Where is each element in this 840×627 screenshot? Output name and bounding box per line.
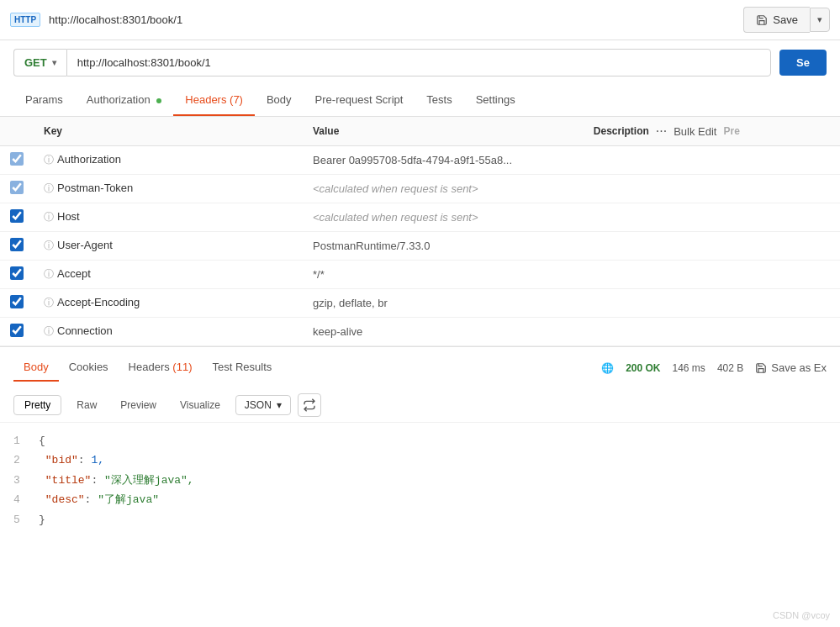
header-desc-2	[584, 203, 840, 232]
resp-tab-body[interactable]: Body	[13, 354, 59, 382]
header-value-4: */*	[313, 268, 325, 281]
request-tabs: Params Authorization Headers (7) Body Pr…	[0, 85, 840, 117]
tab-headers[interactable]: Headers (7)	[173, 85, 255, 116]
table-row: ⓘAccept*/*	[0, 261, 840, 289]
top-url: http://localhost:8301/book/1	[49, 13, 182, 26]
save-as-label: Save as Ex	[771, 361, 827, 374]
table-row: ⓘPostman-Token<calculated when request i…	[0, 175, 840, 203]
tab-params[interactable]: Params	[13, 85, 75, 116]
tab-prerequest[interactable]: Pre-request Script	[304, 85, 415, 116]
info-icon-3: ⓘ	[44, 240, 54, 251]
json-line: 5}	[13, 510, 827, 530]
authorization-dot	[156, 98, 161, 103]
th-key: Key	[34, 117, 303, 146]
status-time: 146 ms	[673, 362, 705, 374]
request-bar: GET ▾ Se	[0, 40, 840, 85]
th-value: Value	[303, 117, 584, 146]
json-brace: {	[39, 435, 45, 447]
json-value: "深入理解java",	[104, 474, 194, 487]
table-row: ⓘUser-AgentPostmanRuntime/7.33.0	[0, 232, 840, 261]
format-preview[interactable]: Preview	[112, 396, 165, 414]
header-desc-1	[584, 175, 840, 203]
format-pretty[interactable]: Pretty	[13, 395, 61, 415]
json-line: 3 "title": "深入理解java",	[13, 471, 827, 490]
wrap-button[interactable]	[298, 393, 321, 417]
save-chevron-button[interactable]: ▾	[810, 8, 830, 32]
tab-authorization[interactable]: Authorization	[75, 85, 174, 116]
format-bar: Pretty Raw Preview Visualize JSON ▾	[0, 388, 840, 423]
th-description: Description ··· Bulk Edit Pre	[584, 117, 840, 146]
headers-table-wrapper: Key Value Description ··· Bulk Edit Pre …	[0, 117, 840, 346]
table-row: ⓘHost<calculated when request is sent>	[0, 203, 840, 232]
json-key: "desc"	[39, 493, 85, 506]
status-ok: 200 OK	[626, 362, 660, 374]
resp-tab-test-results[interactable]: Test Results	[202, 354, 282, 382]
row-checkbox-5[interactable]	[10, 295, 24, 308]
save-as-icon	[755, 362, 767, 374]
protocol-badge: HTTP	[10, 13, 40, 27]
save-button[interactable]: Save	[743, 7, 810, 33]
tab-tests[interactable]: Tests	[415, 85, 463, 116]
row-checkbox-6[interactable]	[10, 324, 24, 337]
method-select[interactable]: GET ▾	[13, 49, 66, 76]
header-desc-3	[584, 232, 840, 261]
tab-settings[interactable]: Settings	[464, 85, 527, 116]
header-value-0: Bearer 0a995708-5dfa-4794-a9f1-55a8...	[313, 154, 512, 166]
send-button[interactable]: Se	[779, 50, 827, 76]
line-number: 3	[13, 471, 39, 490]
row-checkbox-1[interactable]	[10, 181, 24, 194]
json-key: "title"	[39, 474, 91, 487]
method-label: GET	[24, 56, 47, 69]
table-row: ⓘAccept-Encodinggzip, deflate, br	[0, 289, 840, 318]
line-number: 1	[13, 431, 39, 450]
status-size: 402 B	[717, 362, 743, 374]
save-as-button[interactable]: Save as Ex	[755, 361, 827, 374]
header-key-6: Connection	[57, 324, 113, 337]
method-chevron: ▾	[52, 58, 56, 67]
json-format-label: JSON	[245, 399, 272, 411]
json-viewer: 1{2 "bid": 1,3 "title": "深入理解java",4 "de…	[0, 423, 840, 538]
json-line: 4 "desc": "了解java"	[13, 490, 827, 509]
status-indicators: 🌐 200 OK 146 ms 402 B Save as Ex	[601, 361, 827, 374]
line-number: 4	[13, 490, 39, 509]
url-input[interactable]	[66, 49, 771, 76]
json-chevron: ▾	[277, 399, 282, 411]
response-tabs: Body Cookies Headers (11) Test Results	[13, 354, 601, 382]
wrap-icon	[303, 398, 316, 412]
resp-tab-headers[interactable]: Headers (11)	[119, 354, 203, 382]
header-value-1: <calculated when request is sent>	[313, 182, 478, 195]
save-icon	[756, 14, 768, 26]
table-row: ⓘConnectionkeep-alive	[0, 318, 840, 346]
json-key: "bid"	[39, 454, 78, 466]
json-format-select[interactable]: JSON ▾	[235, 395, 291, 415]
th-checkbox	[0, 117, 34, 146]
json-brace: }	[39, 514, 45, 526]
json-value: 1,	[91, 454, 104, 466]
tab-body[interactable]: Body	[255, 85, 304, 116]
row-checkbox-3[interactable]	[10, 238, 24, 251]
header-value-6: keep-alive	[313, 325, 362, 338]
header-key-1: Postman-Token	[57, 182, 133, 194]
bulk-edit-button[interactable]: Bulk Edit	[674, 125, 716, 138]
header-key-2: Host	[57, 210, 80, 223]
format-raw[interactable]: Raw	[68, 396, 105, 414]
top-bar: HTTP http://localhost:8301/book/1 Save ▾	[0, 0, 840, 40]
globe-icon: 🌐	[601, 362, 614, 374]
headers-count: (7)	[230, 93, 243, 106]
response-status-bar: Body Cookies Headers (11) Test Results 🌐…	[0, 347, 840, 388]
header-value-3: PostmanRuntime/7.33.0	[313, 240, 430, 252]
header-key-0: Authorization	[57, 153, 121, 166]
row-checkbox-2[interactable]	[10, 209, 24, 223]
dots-button[interactable]: ···	[656, 124, 667, 139]
info-icon-4: ⓘ	[44, 268, 54, 280]
format-visualize[interactable]: Visualize	[172, 396, 229, 414]
response-section: Body Cookies Headers (11) Test Results 🌐…	[0, 346, 840, 538]
th-pre: Pre	[723, 125, 774, 137]
header-key-3: User-Agent	[57, 239, 113, 251]
row-checkbox-0[interactable]	[10, 152, 24, 166]
resp-tab-cookies[interactable]: Cookies	[59, 354, 119, 382]
header-key-4: Accept	[57, 267, 91, 280]
table-row: ⓘAuthorizationBearer 0a995708-5dfa-4794-…	[0, 146, 840, 175]
row-checkbox-4[interactable]	[10, 266, 24, 280]
line-number: 5	[13, 510, 39, 530]
